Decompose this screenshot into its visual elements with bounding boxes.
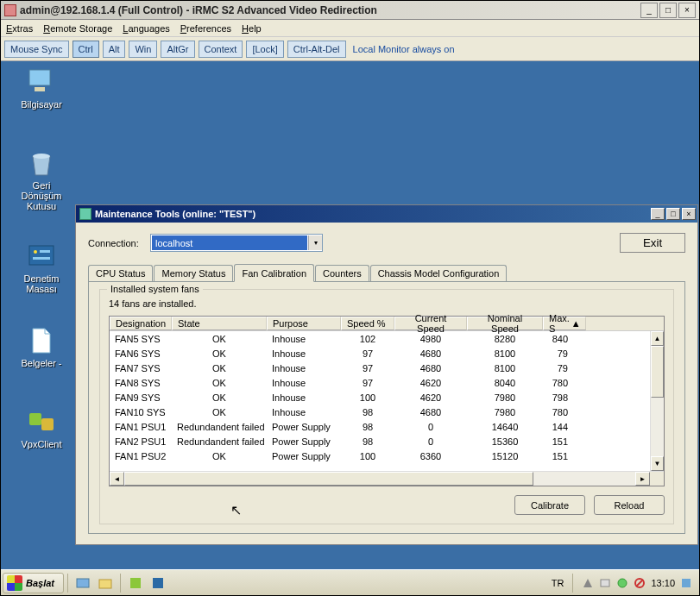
tab-chassis-config[interactable]: Chassis Model Configuration — [370, 265, 508, 281]
svg-point-4 — [34, 250, 37, 254]
maintenance-tools-dialog: Maintenance Tools (online: "TEST") _ □ ×… — [75, 204, 698, 545]
menu-extras[interactable]: Extras — [6, 23, 33, 34]
tab-content: Installed system fans 14 fans are instal… — [88, 281, 685, 534]
remote-taskbar: Başlat TR 13:10 — [1, 569, 699, 595]
svg-line-17 — [636, 580, 643, 587]
exit-button[interactable]: Exit — [620, 233, 685, 253]
scroll-up-icon[interactable]: ▲ — [651, 331, 664, 346]
quicklaunch-explorer-icon[interactable] — [96, 574, 115, 593]
tab-strip: CPU Status Memory Status Fan Calibration… — [88, 263, 685, 281]
col-speed-pct[interactable]: Speed % — [341, 317, 394, 330]
dialog-maximize-button[interactable]: □ — [666, 208, 680, 220]
table-row[interactable]: FAN2 PSU1Redundandent failedPower Supply… — [110, 434, 664, 449]
calibrate-button[interactable]: Calibrate — [514, 495, 585, 515]
alt-button[interactable]: Alt — [103, 41, 126, 58]
reload-button[interactable]: Reload — [594, 495, 665, 515]
col-designation[interactable]: Designation — [110, 317, 172, 330]
dialog-title: Maintenance Tools (online: "TEST") — [95, 209, 649, 219]
desktop-icon-documents[interactable]: Belgeler - — [11, 325, 72, 368]
ctrl-alt-del-button[interactable]: Ctrl-Alt-Del — [287, 41, 346, 58]
recycle-icon — [26, 147, 57, 179]
svg-rect-7 — [29, 413, 41, 425]
toolbar: Mouse Sync Ctrl Alt Win AltGr Context [L… — [1, 37, 699, 61]
scroll-down-icon[interactable]: ▼ — [651, 456, 664, 471]
svg-rect-3 — [29, 246, 54, 265]
menu-remote-storage[interactable]: Remote Storage — [43, 23, 112, 34]
table-row[interactable]: FAN7 SYSOKInhouse974680810079 — [110, 361, 664, 375]
connection-input[interactable] — [152, 235, 307, 250]
col-state[interactable]: State — [172, 317, 267, 330]
desktop-icon-control-panel[interactable]: Denetim Masası — [11, 241, 72, 294]
svg-rect-6 — [33, 257, 50, 260]
svg-rect-0 — [29, 70, 50, 85]
tab-memory-status[interactable]: Memory Status — [154, 265, 233, 281]
scroll-thumb[interactable] — [651, 346, 664, 398]
svg-rect-9 — [77, 579, 89, 587]
desktop-icon-computer[interactable]: Bilgisayar — [11, 66, 72, 110]
desktop-icon-vpxclient[interactable]: VpxClient — [11, 406, 72, 449]
col-nominal-speed[interactable]: Nominal Speed — [467, 317, 543, 330]
dialog-icon — [79, 208, 91, 220]
vertical-scrollbar[interactable]: ▲ ▼ — [650, 331, 664, 471]
tab-counters[interactable]: Counters — [315, 265, 369, 281]
table-row[interactable]: FAN9 SYSOKInhouse10046207980798 — [110, 390, 664, 405]
svg-rect-10 — [99, 580, 111, 588]
table-row[interactable]: FAN1 PSU2OKPower Supply100636015120151 — [110, 449, 664, 463]
svg-rect-18 — [682, 579, 691, 587]
language-indicator[interactable]: TR — [552, 578, 564, 588]
scroll-left-icon[interactable]: ◄ — [110, 472, 124, 486]
hscroll-thumb[interactable] — [124, 472, 533, 486]
menu-preferences[interactable]: Preferences — [180, 23, 231, 34]
col-purpose[interactable]: Purpose — [267, 317, 341, 330]
menu-help[interactable]: Help — [242, 23, 262, 34]
table-row[interactable]: FAN1 PSU1Redundandent failedPower Supply… — [110, 419, 664, 434]
dialog-close-button[interactable]: × — [682, 208, 696, 220]
clock[interactable]: 13:10 — [651, 578, 675, 588]
tab-cpu-status[interactable]: CPU Status — [88, 265, 153, 281]
col-max-speed[interactable]: Max. S▲ — [543, 317, 586, 330]
win-button[interactable]: Win — [129, 41, 157, 58]
documents-icon — [26, 325, 57, 356]
context-button[interactable]: Context — [199, 41, 243, 58]
table-row[interactable]: FAN8 SYSOKInhouse9746208040780 — [110, 375, 664, 390]
mouse-sync-button[interactable]: Mouse Sync — [4, 41, 69, 58]
tray-icon-1[interactable] — [582, 577, 594, 589]
connection-combobox[interactable]: ▾ — [150, 234, 323, 252]
dropdown-icon[interactable]: ▾ — [308, 235, 322, 250]
tray-icon-2[interactable] — [599, 577, 611, 589]
table-row[interactable]: FAN5 SYSOKInhouse10249808280840 — [110, 331, 664, 346]
table-row[interactable]: FAN6 SYSOKInhouse974680810079 — [110, 346, 664, 361]
col-current-speed[interactable]: Current Speed — [394, 317, 467, 330]
minimize-button[interactable]: _ — [640, 3, 658, 18]
tray-icon-5[interactable] — [680, 577, 692, 589]
taskbar-app1-icon[interactable] — [126, 574, 145, 593]
svg-marker-13 — [583, 579, 592, 587]
windows-logo-icon — [7, 575, 22, 591]
fieldset-legend: Installed system fans — [107, 284, 203, 294]
connection-label: Connection: — [88, 238, 150, 248]
remote-desktop: Bilgisayar Geri Dönüşüm Kutusu Denetim M… — [1, 61, 699, 595]
desktop-icon-recycle[interactable]: Geri Dönüşüm Kutusu — [11, 147, 72, 211]
close-button[interactable]: × — [678, 3, 696, 18]
lock-button[interactable]: [Lock] — [246, 41, 283, 58]
quicklaunch-desktop-icon[interactable] — [73, 574, 92, 593]
dialog-minimize-button[interactable]: _ — [651, 208, 665, 220]
start-button[interactable]: Başlat — [3, 573, 64, 593]
menu-languages[interactable]: Languages — [123, 23, 169, 34]
ctrl-button[interactable]: Ctrl — [73, 41, 99, 58]
maximize-button[interactable]: □ — [659, 3, 677, 18]
horizontal-scrollbar[interactable]: ◄ ► — [110, 471, 664, 486]
tray-icon-4[interactable] — [634, 577, 646, 589]
svg-rect-12 — [153, 578, 163, 588]
computer-icon — [26, 66, 57, 97]
table-row[interactable]: FAN10 SYSOKInhouse9846807980780 — [110, 405, 664, 419]
scroll-right-icon[interactable]: ► — [635, 472, 650, 486]
taskbar-app2-icon[interactable] — [148, 574, 167, 593]
altgr-button[interactable]: AltGr — [161, 41, 194, 58]
fan-table: Designation State Purpose Speed % Curren… — [109, 316, 665, 486]
svg-point-2 — [33, 154, 50, 159]
tray-icon-3[interactable] — [616, 577, 628, 589]
svg-rect-1 — [35, 87, 45, 91]
tab-fan-calibration[interactable]: Fan Calibration — [234, 264, 314, 282]
svg-rect-14 — [601, 580, 609, 587]
